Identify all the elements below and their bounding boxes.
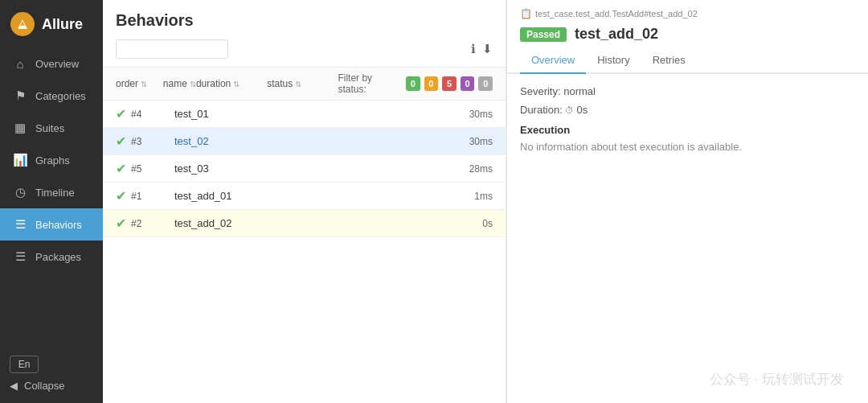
allure-logo-icon [10, 11, 35, 37]
test-list: ✔ #4 test_01 30ms ✔ #3 test_02 30ms ✔ #5… [103, 101, 506, 403]
sidebar-bottom: En ◀ Collapse [0, 347, 103, 403]
sidebar: Allure ⌂ Overview ⚑ Categories ▦ Suites … [0, 0, 103, 403]
sidebar-item-packages[interactable]: ☰ Packages [0, 241, 103, 273]
execution-title: Execution [520, 124, 855, 136]
sidebar-item-timeline[interactable]: ◷ Timeline [0, 176, 103, 208]
table-row[interactable]: ✔ #4 test_01 30ms [103, 101, 506, 128]
filter-status: Filter by status: 0 0 5 0 0 [338, 72, 493, 95]
test-duration: 28ms [444, 163, 493, 175]
panel-content: Severity: normal Duration: ⏱ 0s Executio… [507, 74, 868, 403]
timeline-icon: ◷ [13, 185, 27, 199]
status-badge: Passed [520, 27, 567, 42]
download-icon[interactable]: ⬇ [482, 42, 493, 56]
filter-passed-badge[interactable]: 0 [406, 76, 420, 91]
col-status-header[interactable]: status ⇅ [267, 78, 338, 89]
passed-icon: ✔ [116, 216, 126, 231]
test-order: #3 [131, 136, 174, 147]
sidebar-item-categories[interactable]: ⚑ Categories [0, 80, 103, 112]
filter-failed-badge[interactable]: 5 [442, 76, 457, 91]
test-duration: 30ms [444, 109, 493, 120]
passed-icon: ✔ [116, 134, 126, 149]
tab-overview[interactable]: Overview [520, 47, 586, 74]
passed-icon: ✔ [116, 106, 126, 121]
test-duration: 30ms [444, 136, 493, 147]
duration-sort-icon: ⇅ [233, 80, 240, 88]
tab-retries-label: Retries [653, 54, 686, 66]
packages-icon: ☰ [13, 249, 27, 264]
order-sort-icon: ⇅ [141, 80, 147, 88]
main-panel: Behaviors ℹ ⬇ order ⇅ name ⇅ duration ⇅ … [103, 0, 506, 403]
name-label: name [163, 78, 187, 89]
page-title: Behaviors [116, 11, 493, 30]
filter-label: Filter by status: [338, 72, 402, 95]
duration-label: duration [196, 78, 231, 89]
test-name: test_add_01 [174, 190, 444, 202]
collapse-button[interactable]: ◀ Collapse [10, 380, 93, 392]
tab-overview-label: Overview [531, 54, 575, 66]
sidebar-item-suites[interactable]: ▦ Suites [0, 112, 103, 144]
sidebar-item-label: Graphs [35, 154, 70, 167]
order-label: order [116, 78, 138, 89]
panel-tabs: Overview History Retries [507, 47, 868, 74]
chevron-left-icon: ◀ [10, 380, 18, 392]
test-name: test_01 [174, 108, 444, 120]
test-path: test_case.test_add.TestAdd#test_add_02 [535, 9, 698, 19]
test-order: #2 [131, 218, 174, 229]
sidebar-item-label: Overview [35, 58, 79, 70]
test-order: #1 [131, 191, 174, 202]
graphs-icon: 📊 [13, 153, 27, 167]
toolbar-icons: ℹ ⬇ [471, 42, 493, 56]
flag-icon: ⚑ [13, 88, 27, 103]
info-icon[interactable]: ℹ [471, 42, 476, 56]
col-name-header[interactable]: name ⇅ [163, 78, 196, 89]
sidebar-item-graphs[interactable]: 📊 Graphs [0, 144, 103, 176]
home-icon: ⌂ [13, 57, 27, 71]
filter-unknown-badge[interactable]: 0 [461, 76, 475, 91]
tab-retries[interactable]: Retries [641, 47, 697, 74]
table-row[interactable]: ✔ #1 test_add_01 1ms [103, 183, 506, 210]
filter-broken-badge[interactable]: 0 [424, 76, 439, 91]
test-order: #5 [131, 163, 174, 175]
table-row[interactable]: ✔ #3 test_02 30ms [103, 128, 506, 155]
sidebar-item-label: Suites [35, 122, 64, 134]
test-name: test_add_02 [174, 217, 444, 229]
table-header: order ⇅ name ⇅ duration ⇅ status ⇅ Filte… [103, 68, 506, 101]
test-name: test_02 [174, 135, 444, 147]
language-button[interactable]: En [10, 356, 39, 373]
sidebar-item-behaviors[interactable]: ☰ Behaviors [0, 208, 103, 241]
sidebar-item-label: Timeline [35, 187, 75, 199]
passed-icon: ✔ [116, 188, 126, 204]
sidebar-navigation: ⌂ Overview ⚑ Categories ▦ Suites 📊 Graph… [0, 48, 103, 347]
duration-row: Duration: ⏱ 0s [520, 104, 855, 116]
sidebar-item-label: Packages [35, 251, 81, 263]
tab-history[interactable]: History [586, 47, 641, 74]
search-input[interactable] [116, 39, 228, 59]
clock-icon: ⏱ [565, 105, 576, 115]
test-duration: 0s [444, 218, 493, 229]
panel-test-name: test_add_02 [575, 26, 658, 43]
filter-skipped-badge[interactable]: 0 [478, 76, 493, 91]
file-icon: 📋 [520, 8, 532, 19]
severity-label: Severity: [520, 85, 561, 97]
sidebar-item-overview[interactable]: ⌂ Overview [0, 48, 103, 80]
col-order-header[interactable]: order ⇅ [116, 78, 163, 89]
severity-value: normal [563, 85, 596, 97]
status-label: status [267, 78, 293, 89]
passed-icon: ✔ [116, 161, 126, 176]
duration-value: 0s [576, 104, 588, 116]
table-row[interactable]: ✔ #2 test_add_02 0s [103, 210, 506, 237]
toolbar: ℹ ⬇ [116, 39, 493, 59]
col-duration-header[interactable]: duration ⇅ [196, 78, 267, 89]
main-header: Behaviors ℹ ⬇ [103, 0, 506, 68]
sidebar-logo-text: Allure [42, 16, 83, 33]
behaviors-icon: ☰ [13, 217, 27, 232]
suites-icon: ▦ [13, 121, 27, 135]
sidebar-logo: Allure [0, 0, 103, 48]
no-execution-info: No information about test execution is a… [520, 141, 855, 153]
sidebar-item-label: Categories [35, 90, 86, 102]
tab-history-label: History [597, 54, 629, 66]
status-sort-icon: ⇅ [295, 80, 301, 88]
test-duration: 1ms [444, 191, 493, 202]
panel-title-row: Passed test_add_02 [507, 19, 868, 47]
table-row[interactable]: ✔ #5 test_03 28ms [103, 155, 506, 183]
